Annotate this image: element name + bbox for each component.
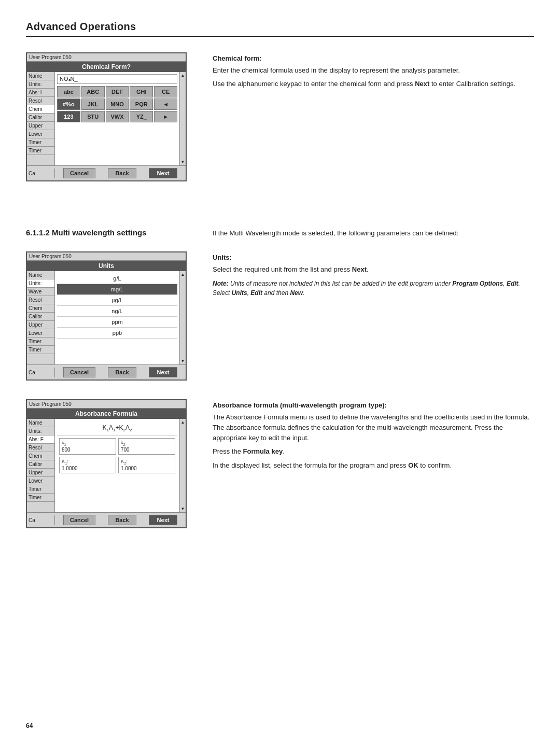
device-header-label-4: User Program 050 <box>29 401 72 407</box>
section3-text1: Select the required unit from the list a… <box>213 264 534 275</box>
lambda1-label: λ1: <box>62 440 114 447</box>
bottom-spacer-1: Ca <box>27 168 55 178</box>
sidebar3-timer1: Timer <box>27 338 54 346</box>
unit-ngL[interactable]: ng/L <box>57 306 177 317</box>
section4-text1: The Absorbance Formula menu is used to d… <box>213 412 534 443</box>
bottom-buttons-4: Cancel Back Next <box>55 513 186 527</box>
key-JKL[interactable]: JKL <box>81 99 105 110</box>
unit-gL[interactable]: g/L <box>57 273 177 284</box>
bottom-bar-4: Ca Cancel Back Next <box>27 512 186 527</box>
formula-display: K1A1+K2A2 <box>57 421 177 436</box>
key-forward[interactable]: ► <box>154 111 177 122</box>
formula-grid: λ1: 800 λ2: 700 K1: 1.0000 K2: <box>57 436 177 475</box>
key-YZ[interactable]: YZ_ <box>130 111 153 122</box>
chem-input-value: NO₃N_ <box>60 76 78 82</box>
k2-value: 1.0000 <box>121 466 173 471</box>
device-header-4: User Program 050 <box>27 400 186 409</box>
btn-cancel-3[interactable]: Cancel <box>63 367 95 377</box>
section3-heading: Units: <box>213 254 534 261</box>
bottom-buttons-3: Cancel Back Next <box>55 365 186 379</box>
key-DEF[interactable]: DEF <box>106 86 129 97</box>
sidebar-item-chem[interactable]: Chem <box>27 105 54 114</box>
bottom-spacer-4: Ca <box>27 515 55 525</box>
device-content-3: g/L mg/L µg/L ng/L ppm ppb <box>55 271 179 364</box>
btn-back-4[interactable]: Back <box>108 515 136 525</box>
bottom-buttons-1: Cancel Back Next <box>55 166 186 180</box>
btn-cancel-4[interactable]: Cancel <box>63 515 95 525</box>
sidebar3-resol: Resol <box>27 296 54 304</box>
multiwave-right <box>213 200 534 202</box>
sidebar4-abs[interactable]: Abs: F <box>27 435 54 444</box>
device-content-4: K1A1+K2A2 λ1: 800 λ2: 700 K1: <box>55 419 179 512</box>
multiwave-left-spacer <box>26 200 192 202</box>
btn-cancel-1[interactable]: Cancel <box>63 168 95 178</box>
scrollbar-4[interactable]: ▲ ▼ <box>179 419 186 512</box>
sidebar3-calibr: Calibr <box>27 313 54 321</box>
k2-label: K2: <box>121 459 173 466</box>
sidebar3-units[interactable]: Units: <box>27 279 54 288</box>
scroll-up-3[interactable]: ▲ <box>181 272 185 277</box>
unit-ugL[interactable]: µg/L <box>57 295 177 306</box>
multiwave-row2: 6.1.1.2 Multi wavelength settings If the… <box>26 223 534 246</box>
dialog-title-1: Chemical Form? <box>27 62 186 72</box>
btn-back-1[interactable]: Back <box>108 168 136 178</box>
key-STU[interactable]: STU <box>81 111 105 122</box>
scroll-up-4[interactable]: ▲ <box>181 420 185 425</box>
device-sidebar-3: Name Units: Wave Resol Chem Calibr Upper… <box>27 271 55 364</box>
btn-next-3[interactable]: Next <box>149 367 177 377</box>
sidebar-item-calibr: Calibr <box>27 114 54 122</box>
k2-cell[interactable]: K2: 1.0000 <box>118 457 175 473</box>
key-123[interactable]: 123 <box>57 111 80 122</box>
sidebar-item-units: Units: <box>27 80 54 89</box>
key-GHI[interactable]: GHI <box>130 86 153 97</box>
lambda1-cell[interactable]: λ1: 800 <box>59 438 116 455</box>
section4-text2: Press the Formula key. <box>213 446 534 457</box>
sidebar-item-timer1: Timer <box>27 138 54 147</box>
section-absorbance: User Program 050 Absorbance Formula Name… <box>26 399 534 528</box>
btn-next-1[interactable]: Next <box>149 168 177 178</box>
sidebar3-chem: Chem <box>27 304 54 313</box>
device-content-1: NO₃N_ abc ABC DEF GHI CE #%o JKL MNO PQR… <box>55 72 179 165</box>
sidebar3-timer2: Timer <box>27 346 54 354</box>
section1-right: Chemical form: Enter the chemical formul… <box>213 52 534 181</box>
sidebar-item-abs: Abs: I <box>27 89 54 97</box>
section-chemical-form: User Program 050 Chemical Form? Name Uni… <box>26 52 534 181</box>
title-divider <box>26 36 534 37</box>
key-abc[interactable]: abc <box>57 86 80 97</box>
scroll-down-1[interactable]: ▼ <box>181 160 185 164</box>
scroll-up-1[interactable]: ▲ <box>181 73 185 78</box>
bottom-spacer-3: Ca <box>27 368 55 377</box>
section4-text3: In the displayed list, select the formul… <box>213 460 534 471</box>
device-panel-4: User Program 050 Absorbance Formula Name… <box>26 399 187 528</box>
chem-input[interactable]: NO₃N_ <box>57 74 177 84</box>
section1-text1: Enter the chemical formula used in the d… <box>213 65 534 76</box>
device-sidebar-main-3: Name Units: Wave Resol Chem Calibr Upper… <box>27 271 186 364</box>
bottom-bar-1: Ca Cancel Back Next <box>27 165 186 180</box>
keypad-grid-1: abc ABC DEF GHI CE #%o JKL MNO PQR ◄ 123… <box>57 86 177 122</box>
key-backspace[interactable]: ◄ <box>154 99 177 110</box>
section4-heading: Absorbance formula (multi-wavelength pro… <box>213 401 534 409</box>
key-hash[interactable]: #%o <box>57 99 80 110</box>
lambda2-value: 700 <box>121 447 173 453</box>
unit-mgL[interactable]: mg/L <box>57 284 177 295</box>
key-MNO[interactable]: MNO <box>106 99 129 110</box>
key-CE[interactable]: CE <box>154 86 177 97</box>
scrollbar-1[interactable]: ▲ ▼ <box>179 72 186 165</box>
section3-right: Units: Select the required unit from the… <box>213 251 534 381</box>
section4-right: Absorbance formula (multi-wavelength pro… <box>213 399 534 528</box>
unit-ppb[interactable]: ppb <box>57 328 177 339</box>
btn-next-4[interactable]: Next <box>149 515 177 525</box>
btn-back-3[interactable]: Back <box>108 367 136 377</box>
scrollbar-3[interactable]: ▲ ▼ <box>179 271 186 364</box>
key-VWX[interactable]: VWX <box>106 111 129 122</box>
unit-ppm[interactable]: ppm <box>57 317 177 328</box>
scroll-down-3[interactable]: ▼ <box>181 359 185 363</box>
sidebar3-wave: Wave <box>27 288 54 296</box>
key-PQR[interactable]: PQR <box>130 99 153 110</box>
device-panel-3: User Program 050 Units Name Units: Wave … <box>26 251 187 381</box>
scroll-down-4[interactable]: ▼ <box>181 507 185 511</box>
k1-cell[interactable]: K1: 1.0000 <box>59 457 116 473</box>
key-ABC[interactable]: ABC <box>81 86 105 97</box>
lambda2-cell[interactable]: λ2: 700 <box>118 438 175 455</box>
units-list: g/L mg/L µg/L ng/L ppm ppb <box>57 273 177 339</box>
